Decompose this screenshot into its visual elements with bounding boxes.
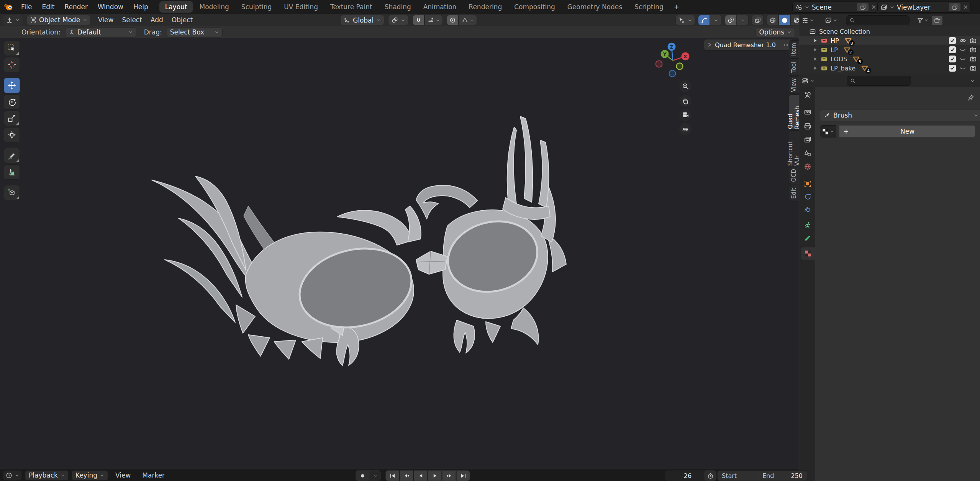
use-preview-range-button[interactable] xyxy=(704,470,716,481)
sidebar-tab-ocd[interactable]: OCD xyxy=(789,167,799,184)
outliner-search-input[interactable] xyxy=(846,15,910,25)
workspace-tab-geometry-nodes[interactable]: Geometry Nodes xyxy=(562,1,628,13)
expand-arrow-icon[interactable] xyxy=(813,38,818,43)
shading-solid-button[interactable] xyxy=(778,15,790,25)
menu-view[interactable]: View xyxy=(94,16,118,24)
pin-icon[interactable] xyxy=(967,94,974,101)
sidebar-tab-tool[interactable]: Tool xyxy=(789,59,799,76)
sidebar-tab-view[interactable]: View xyxy=(789,77,799,94)
editor-type-button[interactable] xyxy=(3,15,23,25)
eye-open-icon[interactable] xyxy=(959,37,966,44)
sidebar-tab-shortcut-vur[interactable]: Shortcut VUr xyxy=(789,130,799,166)
tool-scale[interactable] xyxy=(4,111,20,126)
outliner-row-lods[interactable]: LODS 5 xyxy=(799,54,980,64)
zoom-view-button[interactable] xyxy=(679,80,692,92)
new-scene-button[interactable] xyxy=(857,3,869,11)
shading-wireframe-button[interactable] xyxy=(767,15,778,25)
camera-view-button[interactable] xyxy=(679,109,692,121)
menu-render[interactable]: Render xyxy=(59,0,93,14)
current-frame-field[interactable]: 26 xyxy=(665,470,711,481)
blender-logo-icon[interactable] xyxy=(3,2,14,12)
tool-add-cube[interactable] xyxy=(4,185,20,200)
collection-name[interactable]: HP xyxy=(831,37,839,44)
workspace-tab-modeling[interactable]: Modeling xyxy=(194,1,235,13)
show-gizmo-toggle[interactable] xyxy=(698,15,710,25)
tab-constraints[interactable] xyxy=(800,190,815,202)
viewlayer-name[interactable]: ViewLayer xyxy=(897,3,947,11)
menu-object[interactable]: Object xyxy=(167,16,197,24)
quad-remesher-panel-header[interactable]: Quad Remesher 1.0 xyxy=(704,39,794,51)
tab-view-layer[interactable] xyxy=(800,134,815,146)
tab-object-data[interactable] xyxy=(800,219,815,231)
tab-physics[interactable] xyxy=(800,203,815,216)
exclude-checkbox[interactable] xyxy=(949,56,956,62)
collection-name[interactable]: LP_bake xyxy=(831,65,855,72)
play-reverse-button[interactable] xyxy=(414,470,428,481)
eye-closed-icon[interactable] xyxy=(959,46,966,53)
exclude-checkbox[interactable] xyxy=(949,46,956,53)
new-texture-button[interactable]: New xyxy=(839,125,975,137)
jump-to-end-button[interactable] xyxy=(456,470,470,481)
pivot-point-dropdown[interactable] xyxy=(388,15,409,25)
pan-view-button[interactable] xyxy=(679,95,692,107)
render-visibility-icon[interactable] xyxy=(970,37,977,44)
transform-orientation-dropdown[interactable]: Global xyxy=(340,15,384,25)
viewlayer-selector[interactable]: ViewLayer xyxy=(877,2,971,13)
menu-file[interactable]: File xyxy=(16,0,37,14)
collection-name[interactable]: LP xyxy=(831,46,838,54)
scene-selector[interactable]: Scene xyxy=(792,2,879,13)
workspace-tab-texture-paint[interactable]: Texture Paint xyxy=(324,1,378,13)
viewport-3d[interactable]: Z Y X Quad Remesher 1.0 Item Tool xyxy=(0,38,799,469)
tab-output[interactable] xyxy=(800,120,815,133)
gizmo-dropdown[interactable] xyxy=(710,15,722,25)
menu-add[interactable]: Add xyxy=(146,16,167,24)
properties-search-input[interactable] xyxy=(847,76,911,86)
keying-menu[interactable]: Keying xyxy=(72,470,108,481)
tab-scene[interactable] xyxy=(800,147,815,159)
unlink-scene-icon[interactable] xyxy=(871,4,877,10)
tool-measure[interactable] xyxy=(4,164,20,180)
tab-object[interactable] xyxy=(800,178,815,190)
render-visibility-icon[interactable] xyxy=(970,56,977,62)
expand-arrow-icon[interactable] xyxy=(813,66,818,70)
eye-closed-icon[interactable] xyxy=(959,56,966,62)
tab-world[interactable] xyxy=(800,160,815,173)
timeline-menu-marker[interactable]: Marker xyxy=(138,471,169,479)
new-viewlayer-button[interactable] xyxy=(949,3,960,11)
jump-to-start-button[interactable] xyxy=(385,470,399,481)
render-visibility-icon[interactable] xyxy=(970,46,977,53)
workspace-tab-animation[interactable]: Animation xyxy=(418,1,462,13)
expand-arrow-icon[interactable] xyxy=(813,57,818,61)
properties-editor-type-button[interactable] xyxy=(802,77,814,84)
render-visibility-icon[interactable] xyxy=(970,65,977,72)
outliner-display-mode-dropdown[interactable] xyxy=(825,17,837,24)
playback-menu[interactable]: Playback xyxy=(25,470,69,481)
exclude-checkbox[interactable] xyxy=(949,65,956,72)
drag-dropdown[interactable]: Select Box xyxy=(167,27,223,38)
tool-move[interactable] xyxy=(4,78,20,93)
outliner-row-lp-bake[interactable]: LP_bake 4 xyxy=(799,64,980,73)
orthographic-toggle-button[interactable] xyxy=(679,123,692,135)
eye-closed-icon[interactable] xyxy=(959,65,966,72)
play-button[interactable] xyxy=(428,470,442,481)
gizmo-y-label[interactable]: Y xyxy=(663,52,667,57)
tool-annotate[interactable] xyxy=(4,148,20,163)
scene-name[interactable]: Scene xyxy=(812,3,855,11)
mode-selector[interactable]: Object Mode xyxy=(27,15,91,25)
new-collection-button[interactable] xyxy=(932,16,942,25)
keying-dropdown[interactable] xyxy=(369,470,381,481)
collection-name[interactable]: LODS xyxy=(831,56,847,63)
tool-rotate[interactable] xyxy=(4,94,20,110)
menu-edit[interactable]: Edit xyxy=(37,0,59,14)
texture-type-button[interactable] xyxy=(820,125,836,137)
tab-bone[interactable] xyxy=(800,232,815,244)
outliner-row-scene-collection[interactable]: Scene Collection xyxy=(799,27,980,36)
workspace-tab-sculpting[interactable]: Sculpting xyxy=(236,1,277,13)
exclude-checkbox[interactable] xyxy=(949,37,956,44)
gizmo-x-label[interactable]: X xyxy=(683,54,687,59)
tool-select-box[interactable] xyxy=(4,41,20,56)
workspace-tab-shading[interactable]: Shading xyxy=(379,1,417,13)
workspace-tab-scripting[interactable]: Scripting xyxy=(629,1,669,13)
tool-transform[interactable] xyxy=(4,127,20,142)
workspace-tab-compositing[interactable]: Compositing xyxy=(508,1,561,13)
